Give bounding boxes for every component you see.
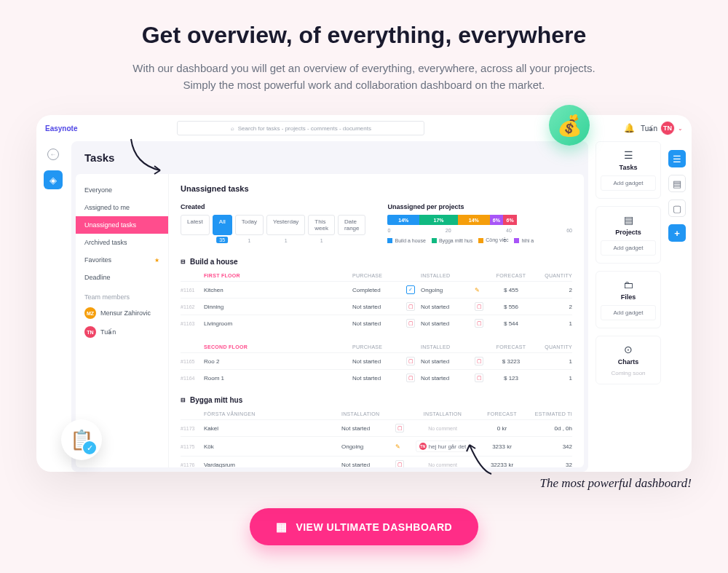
filter-tab[interactable]: Date range bbox=[338, 215, 365, 235]
sidebar-item-assigned[interactable]: Assigned to me bbox=[76, 199, 168, 216]
table-row[interactable]: #1162DinningNot started▢Not started▢$ 55… bbox=[181, 298, 572, 315]
filter-tab[interactable]: Yesterday1 bbox=[266, 215, 305, 235]
empty-icon: ▢ bbox=[395, 424, 404, 432]
search-input[interactable]: ⌕ Search for tasks - projects - comments… bbox=[177, 121, 424, 135]
view-dashboard-button[interactable]: ▦ VIEW ULTIMATE DASHBOARD bbox=[250, 508, 478, 545]
table-row[interactable]: #1163LivingroomNot started▢Not started▢$… bbox=[181, 315, 572, 331]
hero-subtitle: With our dashboard you will get an overv… bbox=[116, 60, 612, 93]
globe-icon[interactable]: ◈ bbox=[44, 170, 63, 189]
empty-icon: ▢ bbox=[475, 302, 483, 311]
gadget-icon: ☰ bbox=[601, 149, 656, 161]
expand-icon: ⊟ bbox=[181, 258, 186, 265]
legend-item: Build a house bbox=[387, 237, 425, 243]
chart-legend: Build a houseBygga mitt husCông việchihi… bbox=[387, 237, 572, 243]
coming-soon-label: Coming soon bbox=[601, 370, 656, 376]
chart-segment: 14% bbox=[458, 215, 490, 225]
layout-icon[interactable]: ▤ bbox=[668, 175, 686, 192]
chart-bar: 14%17%14%6%6% bbox=[387, 215, 572, 225]
clipboard-icon: 📋 bbox=[61, 419, 102, 460]
filter-tab[interactable]: Latest bbox=[181, 215, 210, 235]
sidebar-member[interactable]: TN Tuấn bbox=[76, 323, 168, 341]
add-gadget-button[interactable]: Add gadget bbox=[601, 240, 656, 256]
sidebar-item-deadline[interactable]: Deadline bbox=[76, 269, 168, 286]
search-icon: ⌕ bbox=[231, 125, 234, 132]
table-row[interactable]: #1164Room 1Not started▢Not started▢$ 123… bbox=[181, 369, 572, 386]
empty-icon: ▢ bbox=[406, 357, 415, 365]
filter-tab[interactable]: Today1 bbox=[235, 215, 264, 235]
gadget-title: Charts bbox=[601, 358, 656, 365]
left-rail: ← ◈ bbox=[36, 144, 70, 472]
created-label: Created bbox=[181, 203, 365, 210]
chart-segment: 14% bbox=[387, 215, 419, 225]
empty-icon: ▢ bbox=[406, 374, 415, 382]
list-view-icon[interactable]: ☰ bbox=[668, 150, 686, 167]
avatar: MZ bbox=[84, 307, 96, 319]
hero-title: Get overview, of everything, everywhere bbox=[15, 22, 713, 49]
table-row[interactable]: #1175KökOngoing✎TNhej hur går det3233 kr… bbox=[181, 436, 572, 456]
panel-title: Unassigned tasks bbox=[181, 184, 572, 193]
star-icon: ★ bbox=[154, 257, 159, 264]
gadget-icon: 🗀 bbox=[601, 279, 656, 291]
project-header[interactable]: ⊟Bygga mitt hus bbox=[181, 396, 572, 404]
chevron-down-icon: ⌄ bbox=[678, 125, 683, 132]
user-menu[interactable]: Tuấn TN ⌄ bbox=[641, 122, 683, 135]
empty-icon: ▢ bbox=[475, 374, 483, 382]
sidebar-item-unassigned[interactable]: Unassigned tasks bbox=[76, 216, 168, 234]
bell-icon[interactable]: 🔔 bbox=[624, 123, 635, 133]
back-icon[interactable]: ← bbox=[47, 149, 59, 160]
empty-icon: ▢ bbox=[475, 319, 483, 328]
gadget-icon: ⊙ bbox=[601, 344, 656, 355]
sidebar-member[interactable]: MZ Mensur Zahirovic bbox=[76, 304, 168, 323]
table-row[interactable]: #1161KitchenCompleted✓Ongoing✎$ 4552 bbox=[181, 281, 572, 298]
table-row[interactable]: #1176VardagsrumNot started▢No comment322… bbox=[181, 456, 572, 467]
pen-icon: ✎ bbox=[395, 443, 407, 450]
table-row[interactable]: #1165Roo 2Not started▢Not started▢$ 3223… bbox=[181, 352, 572, 369]
gadget-card: ☰TasksAdd gadget bbox=[596, 141, 661, 199]
money-bag-icon: 💰 bbox=[549, 105, 590, 146]
empty-icon: ▢ bbox=[395, 460, 404, 467]
logo[interactable]: Easynote bbox=[45, 125, 77, 133]
gadget-card: ▤ProjectsAdd gadget bbox=[596, 206, 661, 264]
chart-axis: 0204060 bbox=[387, 228, 572, 233]
legend-item: hihi a bbox=[514, 237, 534, 243]
section-name: FÖRSTA VÅNINGEN bbox=[204, 411, 339, 416]
avatar: TN bbox=[84, 326, 96, 338]
gadget-icon: ▤ bbox=[601, 214, 656, 226]
annotation-right: The most powerful dashboard! bbox=[539, 476, 692, 491]
add-gadget-button[interactable]: Add gadget bbox=[601, 175, 656, 191]
gadget-title: Tasks bbox=[601, 164, 656, 171]
avatar: TN bbox=[419, 443, 427, 450]
gadget-column: ☰TasksAdd gadget▤ProjectsAdd gadget🗀File… bbox=[596, 141, 661, 472]
pen-icon: ✎ bbox=[475, 287, 486, 293]
dashboard-icon: ▦ bbox=[276, 520, 288, 534]
expand-icon: ⊟ bbox=[181, 397, 186, 403]
chart-segment: 6% bbox=[490, 215, 504, 225]
box-icon[interactable]: ▢ bbox=[668, 199, 686, 217]
chart-segment: 17% bbox=[419, 215, 458, 225]
avatar: TN bbox=[661, 122, 674, 135]
gadget-title: Files bbox=[601, 293, 656, 301]
panel: Unassigned tasks Created LatestAll35Toda… bbox=[169, 174, 584, 467]
sidebar-item-archived[interactable]: Archived tasks bbox=[76, 234, 168, 251]
chart-segment: 6% bbox=[503, 215, 517, 225]
arrow-top-icon bbox=[127, 135, 171, 179]
gadget-title: Projects bbox=[601, 229, 656, 236]
sidebar-item-favorites[interactable]: Favorites ★ bbox=[76, 251, 168, 269]
legend-item: Công việc bbox=[478, 237, 508, 243]
filter-tabs: LatestAll35Today1Yesterday1This week1Dat… bbox=[181, 215, 365, 235]
sidebar-group-label: Team members bbox=[76, 286, 168, 304]
arrow-bottom-icon bbox=[451, 441, 495, 478]
sidebar-item-everyone[interactable]: Everyone bbox=[76, 181, 168, 199]
filter-tab[interactable]: All35 bbox=[213, 215, 232, 235]
project-header[interactable]: ⊟Build a house bbox=[181, 258, 572, 266]
table-row[interactable]: #1173KakelNot started▢No comment0 kr0d ,… bbox=[181, 419, 572, 436]
empty-icon: ▢ bbox=[406, 319, 415, 328]
empty-icon: ▢ bbox=[475, 357, 483, 365]
gadget-card: ⊙ChartsComing soon bbox=[596, 336, 661, 384]
filter-tab[interactable]: This week1 bbox=[308, 215, 335, 235]
right-rail: ☰ ▤ ▢ + bbox=[668, 150, 686, 242]
add-gadget-button[interactable]: Add gadget bbox=[601, 305, 656, 320]
add-icon[interactable]: + bbox=[668, 224, 686, 242]
gadget-card: 🗀FilesAdd gadget bbox=[596, 271, 661, 328]
check-icon: ✓ bbox=[406, 285, 415, 294]
